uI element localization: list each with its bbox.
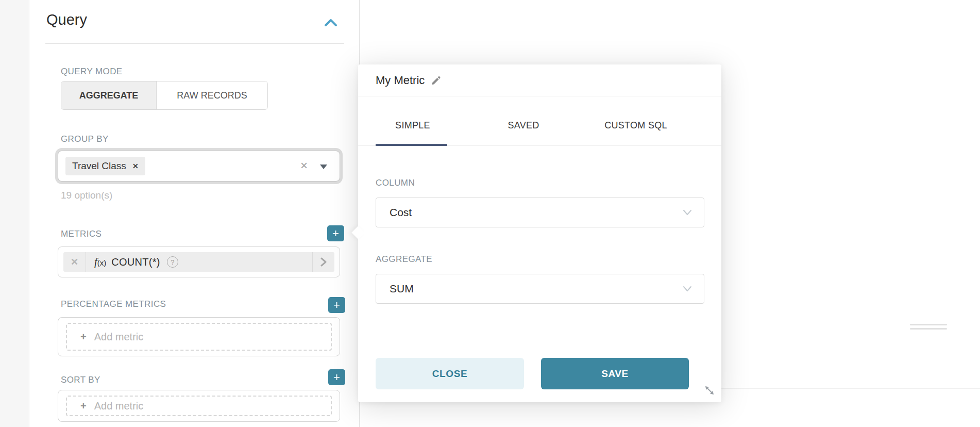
popover-header: My Metric — [358, 64, 721, 96]
pill-divider — [86, 252, 86, 272]
query-mode-aggregate-button[interactable]: AGGREGATE — [61, 81, 157, 109]
active-tab-indicator — [376, 144, 447, 146]
tag-close-icon[interactable]: ✕ — [132, 162, 139, 170]
chevron-right-icon — [320, 257, 327, 267]
query-mode-toggle: AGGREGATE RAW RECORDS — [61, 81, 268, 110]
aggregate-select-value: SUM — [390, 283, 414, 295]
metric-pill[interactable]: ✕ f(x) COUNT(*) ? — [63, 252, 334, 272]
chevron-up-icon — [323, 17, 339, 29]
tab-custom-sql[interactable]: CUSTOM SQL — [604, 120, 667, 131]
left-gutter — [0, 0, 29, 427]
metric-editor-popover: My Metric SIMPLE SAVED CUSTOM SQL COLUMN… — [358, 64, 721, 402]
save-button[interactable]: SAVE — [541, 358, 689, 389]
tab-saved[interactable]: SAVED — [508, 120, 539, 131]
percentage-metrics-container: + Add metric — [58, 317, 340, 356]
sort-by-label: SORT BY — [61, 375, 100, 385]
metric-name: COUNT(*) — [111, 256, 160, 268]
add-sort-by-button[interactable]: + — [328, 369, 345, 385]
metric-expand-button[interactable] — [313, 252, 334, 272]
sort-by-container: + Add metric — [58, 390, 340, 422]
add-metric-button[interactable]: + — [327, 225, 344, 241]
plus-icon: + — [80, 400, 87, 412]
add-percentage-metric-ghost-button[interactable]: + Add metric — [66, 323, 332, 351]
function-icon: f(x) — [94, 256, 106, 268]
query-mode-raw-records-button[interactable]: RAW RECORDS — [157, 81, 267, 109]
group-by-tag: Travel Class ✕ — [65, 157, 145, 175]
group-by-label: GROUP BY — [61, 134, 109, 144]
column-select-value: Cost — [390, 206, 412, 219]
add-percentage-metric-button[interactable]: + — [328, 297, 345, 313]
chart-resize-handle-bar[interactable] — [910, 324, 947, 325]
query-section-title: Query — [46, 11, 87, 28]
popover-resize-handle[interactable] — [704, 385, 715, 396]
add-sort-by-ghost-button[interactable]: + Add metric — [66, 396, 332, 416]
group-by-tag-label: Travel Class — [72, 160, 126, 172]
add-metric-placeholder: Add metric — [94, 331, 144, 343]
collapse-section-button[interactable] — [323, 17, 339, 29]
remove-metric-icon[interactable]: ✕ — [63, 256, 86, 268]
column-label: COLUMN — [376, 178, 415, 188]
plus-icon: + — [80, 331, 87, 343]
query-mode-label: QUERY MODE — [61, 67, 123, 77]
clear-all-icon[interactable]: × — [300, 158, 308, 173]
metrics-label: METRICS — [61, 229, 102, 239]
add-metric-placeholder: Add metric — [94, 400, 144, 412]
chart-resize-handle-bar[interactable] — [910, 328, 947, 330]
aggregate-label: AGGREGATE — [376, 254, 432, 265]
group-by-select[interactable]: Travel Class ✕ × — [58, 151, 340, 182]
help-icon: ? — [167, 256, 178, 268]
group-by-options-count: 19 option(s) — [61, 190, 112, 201]
chevron-down-icon — [682, 209, 692, 218]
tab-simple[interactable]: SIMPLE — [395, 120, 430, 131]
chevron-down-icon — [682, 285, 692, 294]
edit-title-button[interactable] — [431, 75, 441, 86]
popover-arrow — [351, 226, 364, 239]
popover-tabs: SIMPLE SAVED CUSTOM SQL — [358, 96, 721, 146]
pencil-icon — [431, 75, 441, 86]
diagonal-resize-icon — [704, 385, 715, 396]
column-select[interactable]: Cost — [376, 198, 704, 227]
aggregate-select[interactable]: SUM — [376, 274, 704, 304]
metric-title: My Metric — [376, 74, 425, 87]
section-divider — [45, 43, 344, 44]
metric-container: ✕ f(x) COUNT(*) ? — [58, 247, 340, 277]
close-button[interactable]: CLOSE — [376, 358, 524, 389]
caret-down-icon[interactable] — [320, 165, 327, 169]
percentage-metrics-label: PERCENTAGE METRICS — [61, 299, 166, 309]
